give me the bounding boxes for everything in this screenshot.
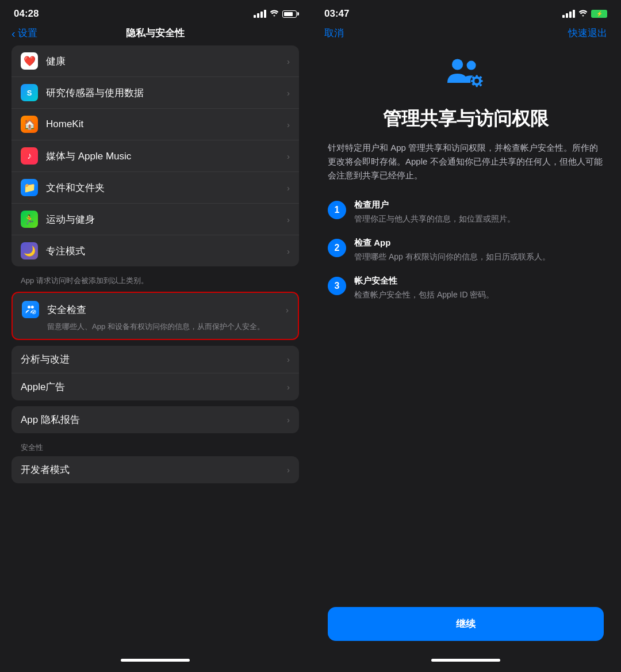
homekit-item[interactable]: 🏠 HomeKit › — [12, 109, 299, 140]
focus-label: 专注模式 — [46, 245, 287, 258]
home-indicator-left — [0, 652, 310, 672]
fitness-item[interactable]: 🏃 运动与健身 › — [12, 204, 299, 235]
continue-button[interactable]: 继续 — [328, 607, 604, 641]
files-item[interactable]: 📁 文件和文件夹 › — [12, 172, 299, 204]
home-bar — [121, 659, 190, 662]
analytics-group: 分析与改进 › Apple广告 › — [12, 346, 299, 400]
chevron-icon: › — [287, 415, 290, 425]
homekit-icon: 🏠 — [21, 116, 38, 133]
chevron-icon: › — [287, 354, 290, 364]
nav-bar-left: ‹ 设置 隐私与安全性 — [0, 24, 310, 45]
feature-item-2: 2 检查 App 管理哪些 App 有权限访问你的信息，如日历或联系人。 — [328, 238, 604, 263]
status-icons-right: ⚡ — [562, 9, 607, 19]
privacy-report-label: App 隐私报告 — [21, 413, 287, 426]
focus-icon: 🌙 — [21, 242, 38, 259]
feature-list: 1 检查用户 管理你正与他人共享的信息，如位置或照片。 2 检查 App 管理哪… — [328, 200, 604, 301]
feature-item-3: 3 帐户安全性 检查帐户安全性，包括 Apple ID 密码。 — [328, 276, 604, 301]
focus-item[interactable]: 🌙 专注模式 › — [12, 235, 299, 266]
wifi-icon-right — [578, 9, 588, 19]
svg-point-1 — [31, 306, 34, 308]
feature-title-3: 帐户安全性 — [354, 276, 604, 287]
right-content: 管理共享与访问权限 针对特定用户和 App 管理共享和访问权限，并检查帐户安全性… — [310, 48, 621, 652]
home-indicator-right — [310, 652, 621, 672]
settings-list: ❤️ 健康 › S 研究传感器与使用数据 › 🏠 HomeKit › ♪ 媒体与… — [0, 45, 310, 652]
fitness-icon: 🏃 — [21, 211, 38, 228]
chevron-icon: › — [287, 56, 290, 66]
files-label: 文件和文件夹 — [46, 181, 287, 194]
feature-number-2: 2 — [328, 239, 346, 257]
svg-rect-10 — [471, 80, 473, 82]
cancel-button[interactable]: 取消 — [324, 26, 344, 40]
developer-mode-label: 开发者模式 — [21, 463, 287, 476]
svg-rect-8 — [476, 75, 478, 77]
feature-item-1: 1 检查用户 管理你正与他人共享的信息，如位置或照片。 — [328, 200, 604, 225]
status-bar-right: 03:47 ⚡ — [310, 0, 621, 24]
chevron-icon: › — [287, 88, 290, 98]
feature-desc-3: 检查帐户安全性，包括 Apple ID 密码。 — [354, 289, 604, 301]
nav-bar-right: 取消 快速退出 — [310, 24, 621, 48]
app-permissions-group: ❤️ 健康 › S 研究传感器与使用数据 › 🏠 HomeKit › ♪ 媒体与… — [12, 45, 299, 266]
signal-icon — [254, 10, 266, 18]
security-group: 开发者模式 › — [12, 456, 299, 483]
safety-check-group: 安全检查 › 留意哪些人、App 和设备有权访问你的信息，从而保护个人安全。 — [12, 292, 299, 340]
right-panel: 03:47 ⚡ 取消 快速退出 — [310, 0, 621, 672]
battery-icon-left — [282, 10, 297, 18]
files-icon: 📁 — [21, 179, 38, 196]
svg-rect-9 — [476, 85, 478, 87]
signal-icon-right — [562, 10, 575, 18]
feature-text-2: 检查 App 管理哪些 App 有权限访问你的信息，如日历或联系人。 — [354, 238, 604, 263]
permissions-hint: App 请求访问时会被添加到以上类别。 — [12, 272, 299, 292]
feature-text-1: 检查用户 管理你正与他人共享的信息，如位置或照片。 — [354, 200, 604, 225]
music-icon: ♪ — [21, 147, 38, 165]
safety-check-icon — [22, 301, 39, 318]
music-label: 媒体与 Apple Music — [46, 150, 287, 163]
chevron-icon: › — [287, 382, 290, 392]
chevron-icon: › — [287, 151, 290, 161]
privacy-report-group: App 隐私报告 › — [12, 406, 299, 433]
chevron-icon: › — [287, 120, 290, 129]
svg-rect-11 — [481, 80, 483, 82]
feature-text-3: 帐户安全性 检查帐户安全性，包括 Apple ID 密码。 — [354, 276, 604, 301]
svg-point-4 — [467, 61, 476, 70]
back-chevron-icon: ‹ — [12, 28, 16, 39]
quick-exit-button[interactable]: 快速退出 — [568, 26, 607, 40]
analytics-item[interactable]: 分析与改进 › — [12, 346, 299, 373]
research-label: 研究传感器与使用数据 — [46, 86, 287, 100]
svg-point-7 — [474, 79, 479, 83]
back-label: 设置 — [18, 26, 37, 40]
chevron-icon: › — [287, 215, 290, 224]
feature-number-1: 1 — [328, 201, 346, 219]
svg-point-0 — [28, 306, 30, 308]
privacy-report-item[interactable]: App 隐私报告 › — [12, 406, 299, 433]
feature-title-2: 检查 App — [354, 238, 604, 249]
health-item[interactable]: ❤️ 健康 › — [12, 45, 299, 77]
home-bar-right — [431, 659, 500, 662]
apple-ads-label: Apple广告 — [21, 380, 287, 394]
homekit-label: HomeKit — [46, 119, 287, 130]
hero-title: 管理共享与访问权限 — [328, 108, 604, 129]
status-bar-left: 04:28 — [0, 0, 310, 24]
chevron-icon: › — [287, 465, 290, 475]
feature-desc-2: 管理哪些 App 有权限访问你的信息，如日历或联系人。 — [354, 251, 604, 263]
feature-desc-1: 管理你正与他人共享的信息，如位置或照片。 — [354, 213, 604, 225]
feature-title-1: 检查用户 — [354, 200, 604, 211]
music-item[interactable]: ♪ 媒体与 Apple Music › — [12, 140, 299, 172]
safety-check-description: 留意哪些人、App 和设备有权访问你的信息，从而保护个人安全。 — [13, 322, 298, 339]
hero-icon — [328, 54, 604, 94]
research-item[interactable]: S 研究传感器与使用数据 › — [12, 77, 299, 109]
security-section-title: 安全性 — [12, 439, 299, 456]
apple-ads-item[interactable]: Apple广告 › — [12, 373, 299, 400]
battery-charging-icon: ⚡ — [591, 10, 607, 18]
time-left: 04:28 — [14, 8, 39, 20]
time-right: 03:47 — [324, 8, 349, 20]
safety-check-item[interactable]: 安全检查 › — [13, 293, 298, 322]
hero-description: 针对特定用户和 App 管理共享和访问权限，并检查帐户安全性。所作的更改将会即时… — [328, 141, 604, 182]
back-button[interactable]: ‹ 设置 — [12, 26, 37, 40]
left-panel: 04:28 ‹ 设置 隐私与安全性 — [0, 0, 310, 672]
health-label: 健康 — [46, 55, 287, 68]
chevron-icon: › — [287, 246, 290, 256]
page-title-left: 隐私与安全性 — [126, 26, 185, 40]
analytics-label: 分析与改进 — [21, 353, 287, 366]
developer-mode-item[interactable]: 开发者模式 › — [12, 456, 299, 483]
health-icon: ❤️ — [21, 52, 38, 70]
